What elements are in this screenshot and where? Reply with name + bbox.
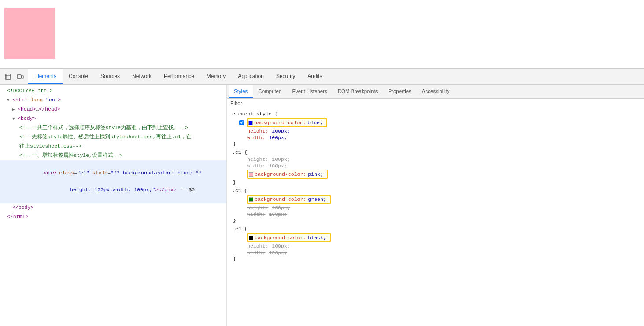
- tab-network[interactable]: Network: [126, 69, 158, 84]
- styles-panel: Styles Computed Event Listeners DOM Brea…: [227, 85, 644, 326]
- style-block-c1-green: .c1 { background-color: green; height:: [227, 187, 644, 223]
- tab-memory[interactable]: Memory: [200, 69, 232, 84]
- c1-selector-2: .c1 {: [232, 187, 639, 194]
- html-line: <html lang="en">: [0, 96, 226, 105]
- block2-close: }: [232, 179, 639, 185]
- devtools-panel: Elements Console Sources Network Perform…: [0, 68, 644, 326]
- svg-rect-0: [5, 74, 11, 79]
- preview-area: [0, 0, 644, 68]
- prop-line-bg-pink: background-color: pink;: [232, 169, 639, 179]
- c1-selector-1: .c1 {: [232, 148, 639, 156]
- prop-line-bg-green: background-color: green;: [232, 194, 639, 204]
- prop-line-width-c1-1: width: 100px;: [232, 163, 639, 169]
- body-open-line: <body>: [0, 114, 226, 123]
- tab-elements[interactable]: Elements: [28, 69, 63, 84]
- prop-line-bg-blue: background-color: blue;: [232, 118, 639, 128]
- comment2-line: <!--先标签style属性。然后往上找到stylesheet.css,再往上.…: [0, 133, 226, 142]
- block3-close: }: [232, 218, 639, 223]
- prop-line-height-c1-3: height: 100px;: [232, 243, 639, 249]
- subtab-dom-breakpoints[interactable]: DOM Breakpoints: [333, 85, 383, 98]
- styles-sub-tabs: Styles Computed Event Listeners DOM Brea…: [227, 85, 644, 99]
- tab-performance[interactable]: Performance: [158, 69, 200, 84]
- prop-line-width-c1-3: width: 100px;: [232, 249, 639, 256]
- color-swatch-pink[interactable]: [249, 172, 253, 177]
- devtools-toolbar: Elements Console Sources Network Perform…: [0, 69, 644, 85]
- prop-line-height-c1-1: height: 100px;: [232, 156, 639, 163]
- style-block-c1-pink: .c1 { height: 100px; width: 100px;: [227, 148, 644, 185]
- inspect-element-button[interactable]: [2, 70, 14, 83]
- comment3-line: <!--一、增加标签属性style,设置样式-->: [0, 151, 226, 160]
- prop-line-height-c1-2: height: 100px;: [232, 204, 639, 211]
- prop-line-width-c1-2: width: 100px;: [232, 211, 639, 218]
- tab-sources[interactable]: Sources: [94, 69, 126, 84]
- tab-console[interactable]: Console: [63, 69, 94, 84]
- color-swatch-black[interactable]: [249, 236, 253, 240]
- body-close-line: </body>: [0, 203, 226, 212]
- block4-close: }: [232, 256, 639, 262]
- tab-security[interactable]: Security: [270, 69, 301, 84]
- svg-rect-4: [22, 76, 23, 78]
- doctype-line: <!DOCTYPE html>: [0, 86, 226, 96]
- devtools-main-content: <!DOCTYPE html> <html lang="en"> <head>……: [0, 85, 644, 326]
- prop-line-height-1: height: 100px;: [232, 128, 639, 134]
- html-close-line: </html>: [0, 212, 226, 222]
- subtab-styles[interactable]: Styles: [229, 85, 253, 98]
- device-toggle-button[interactable]: [14, 70, 26, 83]
- style-block-element: element.style { background-color: blue;: [227, 110, 644, 147]
- tab-application[interactable]: Application: [232, 69, 270, 84]
- filter-label: Filter: [227, 99, 644, 107]
- prop-checkbox-bg-blue[interactable]: [239, 120, 244, 125]
- preview-pink-box: [4, 8, 55, 59]
- color-swatch-blue[interactable]: [248, 121, 253, 125]
- subtab-event-listeners[interactable]: Event Listeners: [287, 85, 332, 98]
- comment2b-line: 往上stylesheet.css-->: [0, 142, 226, 151]
- tab-audits[interactable]: Audits: [301, 69, 328, 84]
- subtab-computed[interactable]: Computed: [253, 85, 287, 98]
- styles-content: element.style { background-color: blue;: [227, 107, 644, 326]
- color-swatch-green[interactable]: [249, 197, 253, 202]
- block1-close: }: [232, 141, 639, 147]
- devtools-top-tabs: Elements Console Sources Network Perform…: [28, 69, 329, 84]
- prop-line-width-1: width: 100px;: [232, 134, 639, 141]
- elements-panel[interactable]: <!DOCTYPE html> <html lang="en"> <head>……: [0, 85, 227, 326]
- head-line: <head>…</head>: [0, 105, 226, 114]
- subtab-properties[interactable]: Properties: [383, 85, 416, 98]
- subtab-accessibility[interactable]: Accessibility: [417, 85, 455, 98]
- element-style-selector: element.style {: [232, 110, 639, 118]
- svg-rect-3: [17, 75, 21, 78]
- div-selected-line[interactable]: <div class="c1" style="/* background-col…: [0, 160, 226, 203]
- comment1-line: <!--一共三个样式，选择顺序从标签style为基准，由下到上查找。-->: [0, 123, 226, 133]
- prop-line-bg-black: background-color: black;: [232, 233, 639, 243]
- style-block-c1-black: .c1 { background-color: black; height:: [227, 225, 644, 262]
- c1-selector-3: .c1 {: [232, 225, 639, 233]
